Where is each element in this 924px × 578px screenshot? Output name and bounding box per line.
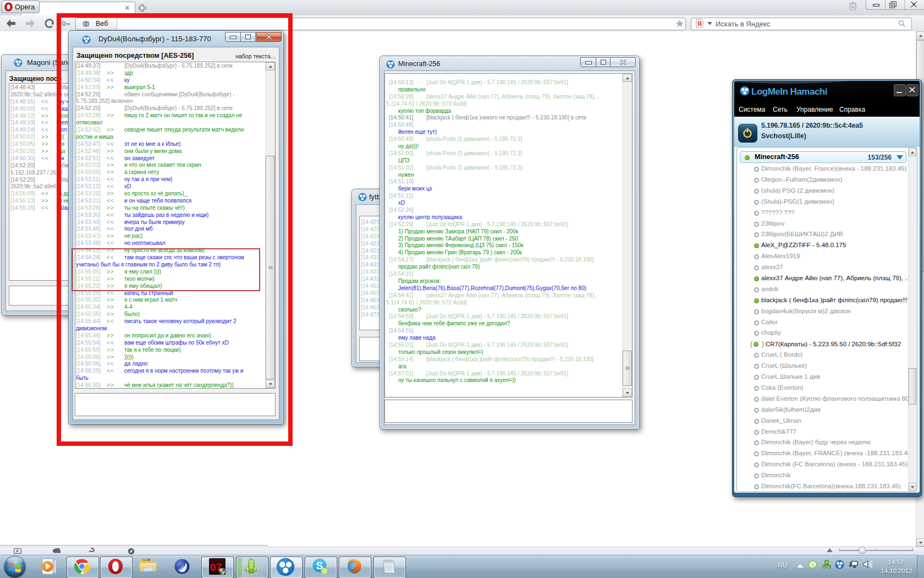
svg-text:Я: Я bbox=[697, 20, 702, 27]
svg-text:S: S bbox=[811, 561, 815, 568]
svg-text:p: p bbox=[255, 567, 257, 571]
svg-text:q: q bbox=[245, 567, 248, 571]
